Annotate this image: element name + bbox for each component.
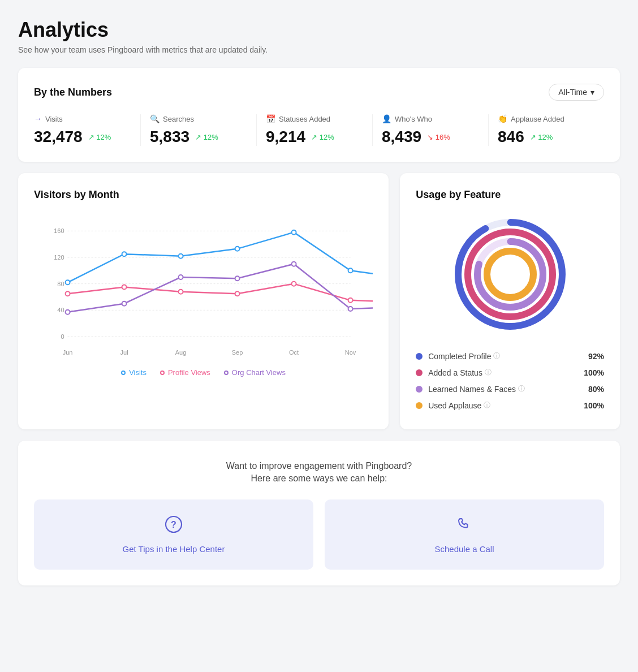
metric-change: ↗ 12% (530, 133, 553, 141)
metric-value-row: 8,439 ↘ 16% (382, 128, 479, 146)
svg-point-26 (235, 291, 240, 296)
metric-visits: → Visits 32,478 ↗ 12% (34, 114, 141, 146)
svg-point-35 (348, 307, 353, 311)
metric-icon-visits: → (34, 114, 42, 123)
svg-point-34 (292, 262, 296, 266)
feature-list-item: Completed Profile ⓘ 92% (416, 348, 604, 364)
info-icon[interactable]: ⓘ (493, 351, 500, 361)
metric-change: ↗ 12% (88, 133, 111, 141)
page-subtitle: See how your team uses Pingboard with me… (18, 45, 620, 54)
tips-icon: ? (165, 515, 183, 537)
svg-text:?: ? (171, 520, 176, 529)
metric-value-number: 846 (498, 128, 524, 146)
legend-item-profile-views: Profile Views (160, 368, 210, 377)
feature-pct: 100% (584, 368, 604, 377)
metric-label: 👤 Who's Who (382, 114, 479, 123)
legend-dot (224, 371, 229, 375)
chevron-down-icon: ▾ (590, 88, 594, 97)
metric-value-number: 8,439 (382, 128, 421, 146)
usage-chart-card: Usage by Feature Completed Profile ⓘ 92%… (400, 173, 620, 429)
legend-label: Visits (129, 368, 146, 377)
feature-list-item: Used Applause ⓘ 100% (416, 397, 604, 413)
metric-icon-statuses: 📅 (266, 114, 275, 123)
legend-dot (160, 371, 165, 375)
feature-list: Completed Profile ⓘ 92% Added a Status ⓘ… (416, 348, 604, 413)
svg-point-24 (122, 285, 127, 290)
svg-point-31 (122, 301, 127, 306)
metric-value-row: 5,833 ↗ 12% (150, 128, 247, 146)
svg-text:Sep: Sep (232, 349, 243, 356)
call-icon (455, 515, 473, 537)
feature-list-item: Learned Names & Faces ⓘ 80% (416, 381, 604, 397)
numbers-card: By the Numbers All-Time ▾ → Visits 32,47… (18, 68, 620, 162)
feature-pct: 100% (584, 401, 604, 410)
feature-name: Completed Profile ⓘ (428, 351, 588, 361)
donut-container (416, 212, 604, 337)
action-card-call[interactable]: Schedule a Call (325, 499, 604, 570)
action-card-tips[interactable]: ? Get Tips in the Help Center (34, 499, 313, 570)
metric-icon-applause: 👏 (498, 114, 507, 123)
charts-row: Visitors by Month 04080120160JunJulAugSe… (18, 173, 620, 429)
visitors-line-chart: 04080120160JunJulAugSepOctNov (34, 212, 373, 359)
feature-dot (416, 353, 423, 360)
svg-text:Jul: Jul (120, 349, 128, 356)
svg-text:40: 40 (57, 307, 64, 313)
metric-label: → Visits (34, 114, 131, 123)
svg-point-28 (348, 298, 353, 303)
metric-icon-searches: 🔍 (150, 114, 160, 123)
feature-dot (416, 386, 423, 393)
feature-name: Learned Names & Faces ⓘ (428, 384, 588, 394)
svg-text:160: 160 (54, 227, 64, 234)
svg-point-17 (122, 252, 127, 256)
svg-point-33 (235, 276, 240, 281)
visitors-chart-card: Visitors by Month 04080120160JunJulAugSe… (18, 173, 389, 429)
metric-change: ↘ 16% (427, 133, 450, 141)
svg-point-30 (66, 310, 70, 315)
svg-point-18 (179, 254, 183, 259)
legend-item-org-chart-views: Org Chart Views (224, 368, 286, 377)
metric-icon-whos_who: 👤 (382, 114, 391, 123)
usage-chart-title: Usage by Feature (416, 189, 604, 201)
metric-change: ↗ 12% (195, 133, 218, 141)
svg-text:0: 0 (61, 333, 64, 340)
legend-item-visits: Visits (121, 368, 146, 377)
metric-searches: 🔍 Searches 5,833 ↗ 12% (141, 114, 257, 146)
feature-name: Used Applause ⓘ (428, 400, 584, 410)
info-icon[interactable]: ⓘ (485, 368, 492, 377)
metric-value-number: 5,833 (150, 128, 189, 146)
feature-name: Added a Status ⓘ (428, 368, 584, 377)
metric-statuses: 📅 Statuses Added 9,214 ↗ 12% (257, 114, 373, 146)
feature-pct: 80% (588, 385, 604, 394)
metric-value-number: 9,214 (266, 128, 305, 146)
engagement-subtitle: Here are some ways we can help: (34, 473, 604, 484)
info-icon[interactable]: ⓘ (518, 384, 525, 394)
feature-pct: 92% (588, 352, 604, 361)
info-icon[interactable]: ⓘ (484, 400, 490, 410)
metrics-row: → Visits 32,478 ↗ 12% 🔍 Searches 5,833 ↗… (34, 114, 604, 146)
metric-label-text: Visits (45, 115, 63, 123)
line-chart-container: 04080120160JunJulAugSepOctNov (34, 212, 373, 359)
legend-label: Profile Views (168, 368, 210, 377)
metric-label-text: Who's Who (395, 115, 432, 123)
svg-point-25 (179, 290, 183, 294)
metric-value-number: 32,478 (34, 128, 83, 146)
svg-text:Oct: Oct (289, 349, 299, 356)
svg-text:Nov: Nov (345, 349, 356, 356)
metric-whos_who: 👤 Who's Who 8,439 ↘ 16% (373, 114, 489, 146)
feature-dot (416, 402, 423, 409)
time-range-dropdown[interactable]: All-Time ▾ (549, 84, 604, 101)
svg-text:Jun: Jun (63, 349, 73, 356)
metric-change: ↗ 12% (311, 133, 334, 141)
svg-point-16 (66, 280, 70, 285)
svg-point-45 (495, 260, 525, 289)
svg-text:Aug: Aug (175, 349, 187, 356)
metric-value-row: 846 ↗ 12% (498, 128, 595, 146)
metric-label: 👏 Applause Added (498, 114, 595, 123)
call-label: Schedule a Call (434, 544, 494, 554)
svg-point-20 (292, 230, 296, 235)
metric-applause: 👏 Applause Added 846 ↗ 12% (489, 114, 604, 146)
tips-label: Get Tips in the Help Center (123, 544, 225, 554)
metric-label: 📅 Statuses Added (266, 114, 363, 123)
engagement-card: Want to improve engagement with Pingboar… (18, 441, 620, 585)
legend-label: Org Chart Views (232, 368, 286, 377)
